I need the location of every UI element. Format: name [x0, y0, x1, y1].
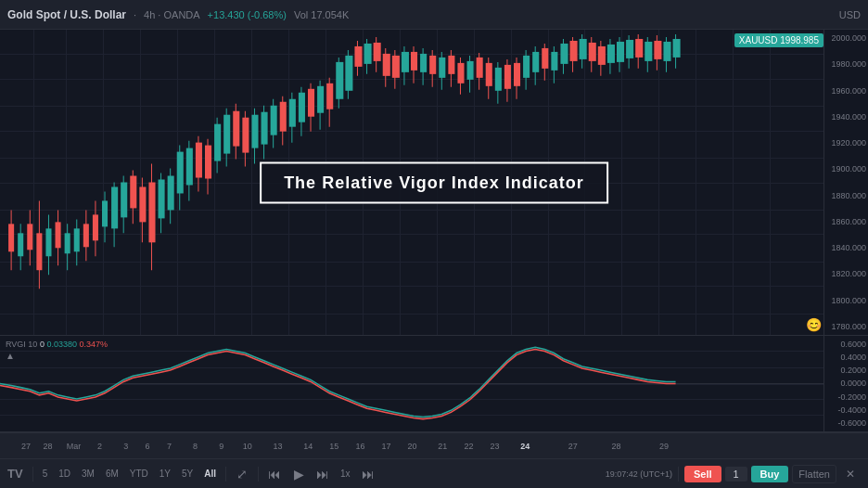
svg-rect-27: [130, 176, 136, 209]
svg-rect-11: [56, 222, 61, 248]
price-level: 1820.000: [826, 269, 866, 278]
time-label: 10: [243, 442, 252, 451]
svg-rect-89: [420, 54, 427, 72]
svg-rect-63: [299, 93, 305, 122]
svg-rect-31: [148, 183, 155, 243]
end-icon[interactable]: ⏭: [358, 464, 378, 484]
timeframe-ytd[interactable]: YTD: [126, 467, 152, 481]
time-label: 24: [520, 442, 530, 451]
price-y-axis: 2000.000 1980.000 1960.000 1940.000 1920…: [823, 30, 868, 335]
current-price-label: XAUUSD 1998.985: [734, 33, 823, 47]
svg-rect-1: [8, 224, 14, 251]
svg-rect-49: [233, 111, 239, 147]
svg-rect-133: [626, 40, 633, 58]
svg-rect-5: [27, 224, 32, 250]
rvgi-label: RVGI 10 0 0.03380 0.347%: [6, 340, 108, 349]
price-level: 1840.000: [826, 243, 866, 252]
svg-rect-33: [159, 180, 165, 219]
time-display: 19:07:42 (UTC+1): [606, 469, 672, 479]
svg-rect-85: [402, 52, 409, 72]
svg-rect-17: [83, 224, 89, 247]
price-level: 1880.000: [826, 191, 866, 200]
svg-rect-115: [542, 48, 548, 69]
svg-rect-59: [280, 102, 287, 132]
rvgi-level: 0.2000: [826, 366, 866, 375]
rvgi-level: -0.2000: [826, 392, 866, 402]
price-level: 1860.000: [826, 217, 866, 226]
svg-rect-7: [36, 233, 42, 270]
svg-rect-21: [102, 200, 108, 226]
sell-button[interactable]: Sell: [684, 466, 721, 482]
svg-rect-127: [598, 46, 606, 65]
svg-rect-99: [467, 61, 474, 80]
svg-rect-83: [392, 56, 400, 78]
svg-rect-123: [580, 39, 587, 59]
rvgi-panel[interactable]: RVGI 10 0 0.03380 0.347% ▲ 0.60: [0, 336, 868, 432]
svg-rect-117: [551, 52, 557, 71]
svg-rect-15: [74, 228, 80, 251]
svg-rect-55: [262, 112, 268, 145]
time-label: 22: [464, 442, 473, 451]
time-label: 2: [97, 442, 102, 451]
rewind-icon[interactable]: ⏮: [264, 464, 285, 484]
buy-button[interactable]: Buy: [751, 466, 789, 482]
rvgi-level: -0.4000: [826, 405, 866, 415]
time-label: 27: [21, 442, 31, 451]
flatten-button[interactable]: Flatten: [792, 465, 836, 483]
svg-rect-69: [326, 83, 333, 109]
timeframe-all[interactable]: All: [200, 467, 220, 481]
forward-icon[interactable]: ⏭: [313, 464, 333, 484]
svg-rect-47: [223, 115, 230, 154]
timeframe-1d[interactable]: 1D: [55, 467, 74, 481]
svg-rect-77: [364, 44, 372, 64]
indicator-title: The Relative Vigor Index Indicator: [260, 161, 608, 203]
svg-rect-65: [308, 89, 314, 117]
symbol-text: Gold Spot / U.S. Dollar: [7, 8, 126, 21]
price-level: 1800.000: [826, 296, 866, 305]
timeframe-5y[interactable]: 5Y: [178, 467, 197, 481]
svg-rect-57: [271, 106, 277, 135]
time-label: 23: [491, 442, 500, 451]
time-label: 16: [355, 442, 364, 451]
svg-rect-137: [645, 42, 652, 61]
time-label: Mar: [67, 442, 82, 451]
price-level: 2000.000: [826, 33, 866, 43]
time-label: 28: [612, 442, 621, 451]
timeframe-6m[interactable]: 6M: [102, 467, 122, 481]
time-label: 8: [193, 442, 198, 451]
svg-rect-9: [45, 228, 51, 256]
price-level: 1960.000: [826, 86, 866, 96]
expand-icon[interactable]: ⤢: [232, 464, 252, 484]
timeframe-1y[interactable]: 1Y: [156, 467, 174, 481]
price-level: 1940.000: [826, 112, 866, 122]
timeframe-5d[interactable]: 5: [39, 467, 52, 481]
tradingview-logo: TV: [7, 467, 23, 481]
header-bar: Gold Spot / U.S. Dollar · 4h · OANDA +13…: [0, 0, 868, 30]
close-icon[interactable]: ✕: [840, 464, 861, 484]
svg-rect-87: [411, 52, 417, 71]
play-icon[interactable]: ▶: [288, 464, 309, 484]
time-label: 3: [123, 442, 128, 451]
price-chart[interactable]: XAUUSD 1998.985 2000.000 1980.000 1960.0…: [0, 30, 868, 336]
svg-rect-79: [374, 43, 381, 61]
time-label: 13: [274, 442, 283, 451]
quantity-input[interactable]: [725, 467, 747, 482]
svg-rect-71: [336, 62, 343, 99]
volume-text: Vol 17.054K: [294, 9, 349, 20]
chart-emoji: 😊: [806, 317, 822, 332]
separator: ·: [134, 9, 136, 20]
price-level: 1980.000: [826, 59, 866, 69]
svg-rect-107: [504, 65, 511, 89]
time-label: 28: [43, 442, 52, 451]
timeframe-3m[interactable]: 3M: [78, 467, 98, 481]
time-label: 27: [568, 442, 578, 451]
multiplier-label[interactable]: 1x: [337, 467, 354, 481]
svg-rect-13: [65, 233, 70, 253]
svg-rect-43: [205, 146, 211, 179]
svg-rect-67: [317, 86, 324, 113]
svg-rect-97: [457, 63, 464, 83]
svg-rect-125: [589, 43, 596, 61]
svg-rect-121: [570, 41, 578, 61]
time-label: 7: [167, 442, 172, 451]
price-level: 1920.000: [826, 138, 866, 148]
